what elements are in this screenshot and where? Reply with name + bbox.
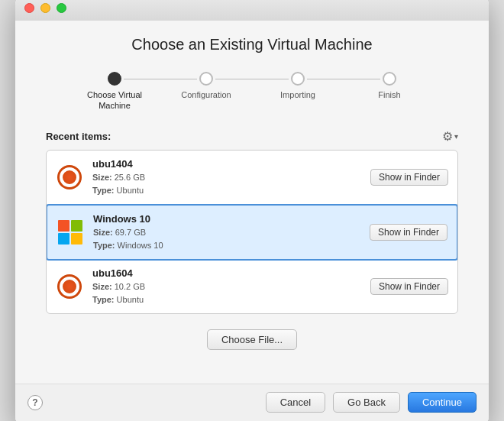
choose-file-area: Choose File... (46, 329, 458, 350)
vm-size-ubu1404: 25.6 GB (115, 173, 145, 182)
vm-type-ubu1404: Ubuntu (117, 186, 144, 195)
show-in-finder-button-ubu1604[interactable]: Show in Finder (370, 278, 448, 295)
cancel-button[interactable]: Cancel (266, 392, 325, 413)
stepper: Choose VirtualMachine Configuration Impo… (46, 72, 458, 112)
page-title: Choose an Existing Virtual Machine (46, 36, 458, 53)
close-button[interactable] (24, 3, 34, 13)
step-finish: Finish (344, 72, 435, 100)
step-label-finish: Finish (378, 89, 400, 100)
section-header: Recent items: ⚙ ▾ (46, 129, 458, 144)
step-choose-vm: Choose VirtualMachine (69, 72, 160, 112)
vm-size-windows10: 69.7 GB (115, 228, 146, 237)
titlebar (15, 0, 489, 21)
vm-info-ubu1604: Size: 10.2 GB Type: Ubuntu (92, 280, 370, 306)
step-label-configuration: Configuration (181, 89, 231, 100)
vm-item-ubu1604[interactable]: ubu1604 Size: 10.2 GB Type: Ubuntu Show … (47, 260, 457, 313)
main-window: Choose an Existing Virtual Machine Choos… (15, 0, 489, 421)
show-in-finder-button-ubu1404[interactable]: Show in Finder (370, 169, 448, 186)
vm-size-ubu1604: 10.2 GB (115, 282, 145, 291)
step-circle-configuration (199, 72, 213, 86)
vm-list: ubu1404 Size: 25.6 GB Type: Ubuntu Show … (46, 150, 458, 314)
vm-item-ubu1404[interactable]: ubu1404 Size: 25.6 GB Type: Ubuntu Show … (47, 151, 457, 205)
vm-name-ubu1604: ubu1604 (92, 267, 370, 279)
show-in-finder-button-windows10[interactable]: Show in Finder (370, 224, 447, 241)
continue-button[interactable]: Continue (408, 392, 477, 413)
type-label: Type: (92, 186, 117, 195)
step-importing: Importing (252, 72, 344, 100)
vm-icon-ubuntu-2 (56, 273, 83, 300)
size-label-ubu2: Size: (92, 282, 115, 291)
section-title: Recent items: (46, 131, 111, 142)
size-label: Size: (92, 173, 115, 182)
vm-info-windows10: Size: 69.7 GB Type: Windows 10 (93, 226, 370, 251)
vm-name-ubu1404: ubu1404 (92, 158, 370, 170)
footer-right: Cancel Go Back Continue (266, 392, 477, 413)
gear-button[interactable]: ⚙ ▾ (442, 129, 458, 144)
step-label-choose-vm: Choose VirtualMachine (87, 89, 142, 112)
step-circle-finish (383, 72, 396, 86)
step-circle-choose-vm (108, 72, 121, 86)
vm-details-ubu1404: ubu1404 Size: 25.6 GB Type: Ubuntu (92, 158, 370, 196)
choose-file-button[interactable]: Choose File... (207, 329, 297, 350)
type-label-win: Type: (93, 241, 118, 250)
footer: ? Cancel Go Back Continue (15, 384, 489, 421)
vm-type-windows10: Windows 10 (118, 241, 163, 250)
vm-info-ubu1404: Size: 25.6 GB Type: Ubuntu (92, 171, 370, 196)
footer-left: ? (27, 395, 43, 410)
step-circle-importing (291, 72, 305, 86)
size-label-win: Size: (93, 228, 115, 237)
vm-details-windows10: Windows 10 Size: 69.7 GB Type: Windows 1… (93, 213, 370, 251)
gear-icon: ⚙ (442, 129, 453, 144)
step-configuration: Configuration (160, 72, 252, 100)
content-area: Choose an Existing Virtual Machine Choos… (15, 21, 489, 384)
help-button[interactable]: ? (27, 395, 43, 410)
type-label-ubu2: Type: (92, 295, 117, 304)
minimize-button[interactable] (40, 3, 50, 13)
step-label-importing: Importing (280, 89, 315, 100)
go-back-button[interactable]: Go Back (333, 392, 400, 413)
vm-icon-windows (57, 219, 84, 246)
vm-type-ubu1604: Ubuntu (117, 295, 144, 304)
vm-details-ubu1604: ubu1604 Size: 10.2 GB Type: Ubuntu (92, 267, 370, 306)
vm-name-windows10: Windows 10 (93, 213, 370, 225)
vm-icon-ubuntu-1 (56, 164, 83, 191)
vm-item-windows10[interactable]: Windows 10 Size: 69.7 GB Type: Windows 1… (46, 204, 458, 261)
chevron-down-icon: ▾ (454, 132, 458, 141)
maximize-button[interactable] (57, 3, 66, 13)
